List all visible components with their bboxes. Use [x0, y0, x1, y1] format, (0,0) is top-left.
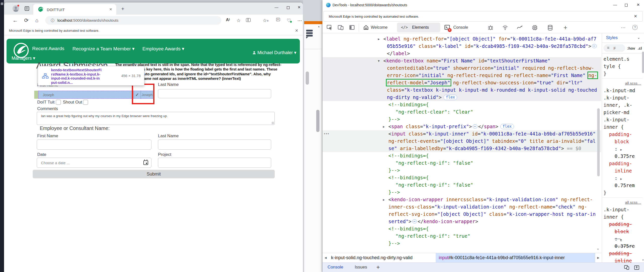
performance-wave-icon[interactable] [517, 25, 523, 30]
css-line[interactable]: block [603, 138, 641, 145]
help-icon[interactable]: ? [632, 25, 637, 30]
css-line[interactable]: inline [603, 257, 641, 262]
dom-tree-line[interactable]: class="k-textbox k-input k-input-md k-ro… [323, 86, 601, 94]
dom-tree-line[interactable]: <!--bindings={ [323, 174, 601, 181]
css-line[interactable]: padding- [603, 131, 641, 138]
drawer-tab-console[interactable]: Console [328, 265, 343, 270]
comments-textarea[interactable]: Ian was a great help figuring out why my… [37, 112, 275, 125]
storage-icon[interactable] [547, 25, 553, 31]
breadcrumb-back-icon[interactable]: ◀ [325, 256, 327, 259]
dom-tree-line[interactable]: ng-dirty ng-valid">flex [323, 94, 601, 101]
window-close-button[interactable]: ✕ [295, 5, 303, 10]
employee-last-name-input[interactable] [158, 140, 271, 150]
dom-tree-line[interactable]: "ng-reflect-ng-if": "true" [323, 232, 601, 240]
drawer-dock-icon[interactable] [624, 265, 629, 270]
dom-tree-line[interactable]: "ng-reflect-clear": "Clear" [323, 108, 601, 116]
devtools-maximize-button[interactable] [625, 4, 628, 7]
dom-tree-line[interactable]: 05b55e916" class="k-label" id="k-dcab498… [323, 43, 601, 50]
devtools-infobar-close-icon[interactable]: ✕ [634, 14, 637, 19]
window-minimize-button[interactable]: — [273, 5, 280, 9]
navbar-managers-menu[interactable]: Managers ▾ [12, 55, 35, 61]
css-line[interactable]: block [603, 228, 641, 235]
dom-tree-line[interactable]: ▼<kendo-textbox name="First Name" id="te… [323, 57, 601, 64]
tab-console[interactable]: Console [453, 25, 468, 30]
dom-tree-line[interactable]: ng-reflect-events="[object Object]" tabi… [323, 138, 601, 145]
window-maximize-button[interactable] [287, 6, 290, 9]
dom-tree-line[interactable]: error-icon="initial" ng-reflect-required… [323, 72, 601, 79]
dom-tree-line[interactable]: }--> [323, 116, 601, 123]
toggle-hov[interactable]: :hov [627, 46, 635, 50]
css-line[interactable]: } [603, 189, 641, 196]
doit-tuit-checkbox[interactable] [56, 100, 61, 105]
css-line[interactable]: tyle { [603, 63, 641, 70]
styles-filter-input[interactable]: ≡ F [603, 44, 625, 52]
dom-tree-line[interactable]: }--> [323, 189, 601, 196]
css-line[interactable]: padding- [603, 221, 641, 228]
css-line[interactable]: picker-md [603, 109, 641, 116]
tab-styles[interactable]: Styles [606, 35, 618, 40]
dom-tree-line[interactable]: "ng-reflect-ng-if": "false" [323, 181, 601, 189]
css-line[interactable]: padding- [603, 250, 641, 257]
breadcrumb-item[interactable]: k-input-solid.ng-touched.ng-dirty.ng-val… [331, 255, 413, 260]
employee-first-name-input[interactable] [37, 140, 151, 150]
devtools-minimize-button[interactable]: — [611, 3, 619, 7]
expand-arrow-icon[interactable]: ▶ [383, 123, 385, 130]
drawer-tab-issues[interactable]: Issues [355, 265, 367, 270]
dom-tree-line[interactable]: <!--bindings={ [323, 152, 601, 159]
devtools-more-icon[interactable]: ⋯ [621, 25, 626, 30]
drawer-add-tab-button[interactable]: + [376, 264, 380, 271]
dom-tree-line[interactable]: ▶<kendo-icon-wrapper innercssclass="k-in… [323, 196, 601, 203]
css-line[interactable]: 0.375re [603, 243, 641, 250]
favorite-star-icon[interactable]: ☆ [236, 18, 241, 23]
date-input[interactable]: Choose a date ... [37, 158, 151, 168]
new-tab-button[interactable]: + [121, 6, 124, 12]
line-options-dots[interactable]: ••• [324, 130, 329, 138]
css-line[interactable]: inline [603, 167, 641, 175]
stylesheet-source-link[interactable]: all.scss… [603, 80, 641, 87]
devtools-close-button[interactable]: ✕ [634, 3, 642, 7]
dom-tree-line[interactable]: se" aria-labelledby="k-dcab4985-f169-434… [323, 145, 601, 152]
dom-tree-line[interactable]: serted">⋯</kendo-icon-wrapper> [323, 218, 601, 225]
scroll-down-icon[interactable]: ▼ [642, 259, 644, 261]
favorites-bar-icon[interactable]: ☆≡ [263, 18, 268, 23]
bug-icon[interactable] [488, 25, 494, 31]
navbar-item[interactable]: Employee Awards ▾ [142, 46, 184, 52]
css-line[interactable]: .k-input- [603, 94, 641, 101]
scrollbar-thumb[interactable] [306, 72, 309, 85]
scroll-down-icon[interactable]: ▼ [597, 248, 599, 251]
css-line[interactable]: : ▶ [603, 175, 641, 182]
expand-arrow-icon[interactable]: ▶ [383, 196, 385, 203]
dom-tree-line[interactable]: <!--bindings={ [323, 101, 601, 108]
navbar-item[interactable]: Recent Awards [32, 46, 64, 51]
css-line[interactable]: : ▶ [603, 235, 641, 243]
dom-tree-line[interactable]: ▶<label ng-reflect-for="[object Object]"… [323, 35, 601, 43]
navbar-user-menu[interactable]: Michael Durthaler ▾ [252, 50, 296, 56]
css-line[interactable]: element.s [603, 55, 641, 63]
split-screen-icon[interactable] [246, 18, 251, 22]
inspect-element-icon[interactable] [327, 25, 333, 30]
back-button[interactable]: ← [13, 17, 18, 23]
dom-tree-line[interactable]: reflect-model="Joseph" ng-reflect-show-s… [323, 79, 601, 86]
calendar-icon[interactable] [143, 160, 148, 165]
css-line[interactable]: 0.75rem [603, 182, 641, 189]
project-input[interactable] [158, 158, 271, 168]
css-line[interactable]: .k-input-md [603, 87, 641, 94]
device-emulation-icon[interactable] [338, 25, 344, 30]
browser-tab-active[interactable]: DOITTUIT ✕ [33, 4, 116, 15]
dom-tree-line[interactable]: <!--bindings={ [323, 225, 601, 232]
dom-tree-line[interactable]: "ng-reflect-ng-if": "false" [323, 159, 601, 167]
dom-tree-line[interactable]: </label> [323, 50, 601, 57]
home-button[interactable]: ⌂ [35, 17, 38, 23]
stylesheet-source-link[interactable]: all.scss… [603, 199, 641, 206]
resize-grip-icon[interactable] [272, 122, 274, 124]
dom-tree-line[interactable]: inner-css-class="k-input-validation-icon… [323, 203, 601, 211]
last-name-input[interactable] [158, 89, 271, 98]
css-line[interactable]: inner { [603, 213, 641, 221]
shout-out-checkbox[interactable] [83, 100, 88, 105]
application-chip-icon[interactable] [532, 25, 538, 31]
toggle-cls[interactable]: .cl [638, 46, 642, 50]
styles-scrollbar-thumb[interactable] [642, 52, 644, 73]
dom-tree-line[interactable]: }--> [323, 167, 601, 174]
settings-more-icon[interactable]: ⋯ [297, 18, 302, 23]
dom-tree-line[interactable]: ▶<span class="k-input-prefix">⋯</span>fl… [323, 123, 601, 130]
